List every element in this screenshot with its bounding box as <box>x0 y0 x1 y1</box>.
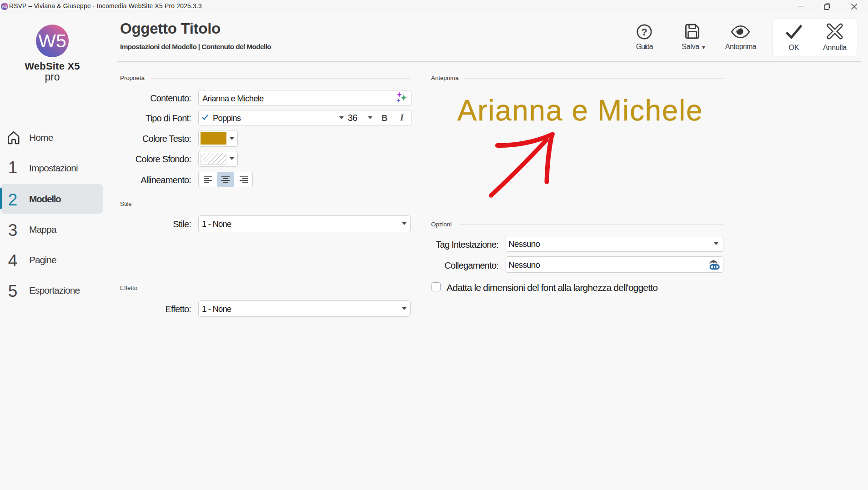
svg-text:?: ? <box>641 27 647 38</box>
svg-text:W5: W5 <box>2 5 8 9</box>
svg-text:W5: W5 <box>38 30 66 51</box>
